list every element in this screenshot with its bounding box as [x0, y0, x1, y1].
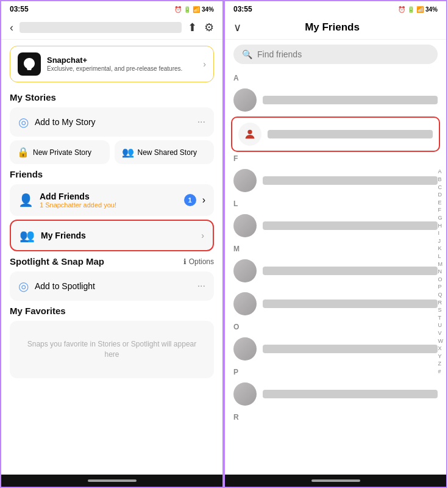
add-to-story-label: Add to My Story: [35, 117, 191, 127]
my-favorites-header: My Favorites: [10, 306, 214, 316]
gear-icon[interactable]: ⚙: [204, 21, 214, 34]
snapchat-plus-banner[interactable]: Snapchat+ Exclusive, experimental, and p…: [10, 46, 214, 82]
new-shared-story-item[interactable]: 👥 New Shared Story: [115, 140, 215, 164]
favorites-empty-state: Snaps you favorite in Stories or Spotlig…: [10, 321, 214, 378]
alpha-y[interactable]: Y: [436, 353, 446, 361]
new-private-story-item[interactable]: 🔒 New Private Story: [10, 140, 110, 164]
my-friends-icon: 👥: [20, 228, 35, 243]
om-avatar: [233, 337, 257, 361]
alpha-hash[interactable]: #: [436, 368, 446, 376]
battery-percent-right: 34%: [425, 6, 438, 13]
alpha-v[interactable]: V: [436, 329, 446, 337]
alpha-r[interactable]: R: [436, 299, 446, 307]
story-sub-row: 🔒 New Private Story 👥 New Shared Story: [10, 140, 214, 164]
friend-fauxholk[interactable]: [225, 164, 446, 197]
home-indicator-right: [311, 479, 360, 482]
status-bar-right: 03:55 ⏰ 🔋 📶 34%: [225, 1, 446, 17]
friend-manjunath[interactable]: [225, 287, 446, 320]
alpha-a[interactable]: A: [436, 168, 446, 176]
fauxholk-avatar: [233, 169, 257, 192]
friend-om[interactable]: [225, 332, 446, 365]
share-icon[interactable]: ⬆: [188, 21, 197, 34]
alpha-w[interactable]: W: [436, 337, 446, 345]
pragya-name: [263, 390, 438, 398]
add-to-spotlight-item[interactable]: ◎ Add to Spotlight ···: [10, 271, 214, 301]
alpha-d[interactable]: D: [436, 191, 446, 199]
alarm-icon: ⏰: [174, 6, 182, 13]
add-friends-title: Add Friends: [40, 192, 178, 201]
alpha-z[interactable]: Z: [436, 360, 446, 368]
alpha-n[interactable]: N: [436, 268, 446, 276]
alpha-s[interactable]: S: [436, 306, 446, 314]
alpha-t[interactable]: T: [436, 314, 446, 322]
friend-libin[interactable]: [225, 209, 446, 242]
alpha-j[interactable]: J: [436, 237, 446, 245]
signal-icon-r: 📶: [416, 6, 424, 13]
status-icons-right: ⏰ 🔋 📶 34%: [398, 6, 438, 13]
mahesh-name: [263, 267, 438, 275]
chevron-down-button[interactable]: ∨: [233, 21, 241, 34]
alpha-u[interactable]: U: [436, 321, 446, 329]
info-icon: ℹ: [183, 257, 187, 266]
alpha-l[interactable]: L: [436, 253, 446, 260]
section-f: F: [225, 152, 446, 164]
alpha-f[interactable]: F: [436, 206, 446, 214]
friend-aslahan[interactable]: [231, 117, 440, 152]
section-r: R: [225, 411, 446, 423]
add-to-story-dots[interactable]: ···: [197, 117, 205, 127]
snapchat-plus-title: Snapchat+: [47, 56, 197, 65]
section-l: L: [225, 197, 446, 209]
manjunath-avatar: [233, 292, 257, 315]
friends-list: A F L M: [225, 69, 446, 475]
search-bar[interactable]: 🔍: [233, 45, 438, 64]
add-friends-item[interactable]: 👤 Add Friends 1 Snapchatter added you! 1…: [10, 184, 214, 216]
section-a: A: [225, 71, 446, 84]
alpha-b[interactable]: B: [436, 176, 446, 184]
alpha-g[interactable]: G: [436, 214, 446, 222]
search-input[interactable]: [257, 49, 429, 59]
alpha-i[interactable]: I: [436, 229, 446, 237]
story-circle-icon: ◎: [18, 115, 29, 129]
left-phone: 03:55 ⏰ 🔋 📶 34% ‹ ⬆ ⚙ Snapchat+ Excl: [0, 0, 224, 488]
alpha-o[interactable]: O: [436, 276, 446, 284]
alpha-p[interactable]: P: [436, 283, 446, 291]
snapchat-plus-subtitle: Exclusive, experimental, and pre-release…: [47, 65, 197, 73]
friend-arun-kumar[interactable]: [225, 84, 446, 117]
alpha-h[interactable]: H: [436, 222, 446, 230]
add-friend-icon: 👤: [18, 193, 34, 207]
bottom-bar-right: [225, 475, 446, 487]
arun-kumar-name: [263, 96, 438, 104]
om-name: [263, 345, 438, 353]
mahesh-avatar: [233, 259, 257, 282]
spotlight-options-button[interactable]: ℹ Options: [183, 257, 214, 266]
section-m: M: [225, 242, 446, 254]
nav-title-blur: [20, 22, 182, 33]
my-friends-arrow: ›: [201, 231, 204, 240]
arun-kumar-avatar: [233, 88, 257, 112]
top-nav-left: ‹ ⬆ ⚙: [1, 17, 222, 40]
alpha-c[interactable]: C: [436, 184, 446, 192]
alpha-index: A B C D E F G H I J K L M N O P Q R S T …: [436, 69, 446, 475]
nav-icons-left: ⬆ ⚙: [188, 21, 214, 34]
aslahan-name: [268, 130, 433, 138]
friend-mahesh[interactable]: [225, 254, 446, 287]
friends-header: Friends: [10, 169, 214, 179]
alpha-e[interactable]: E: [436, 199, 446, 207]
snapchat-plus-arrow: ›: [203, 59, 206, 69]
alpha-k[interactable]: K: [436, 245, 446, 253]
back-button[interactable]: ‹: [10, 21, 13, 34]
alpha-m[interactable]: M: [436, 260, 446, 268]
add-friends-badge: 1: [184, 194, 196, 206]
right-phone: 03:55 ⏰ 🔋 📶 34% ∨ My Friends 🔍 A: [224, 0, 447, 488]
search-icon: 🔍: [242, 49, 252, 59]
battery-percent-left: 34%: [202, 6, 214, 13]
my-friends-item[interactable]: 👥 My Friends ›: [10, 220, 214, 251]
alpha-x[interactable]: X: [436, 345, 446, 353]
friend-pragya[interactable]: [225, 378, 446, 411]
status-icons-left: ⏰ 🔋 📶 34%: [174, 6, 214, 13]
alpha-q[interactable]: Q: [436, 291, 446, 299]
snapchat-plus-icon: [18, 52, 41, 76]
add-to-story-item[interactable]: ◎ Add to My Story ···: [10, 107, 214, 137]
spotlight-dots[interactable]: ···: [197, 281, 205, 292]
battery-icon: 🔋: [183, 6, 191, 13]
